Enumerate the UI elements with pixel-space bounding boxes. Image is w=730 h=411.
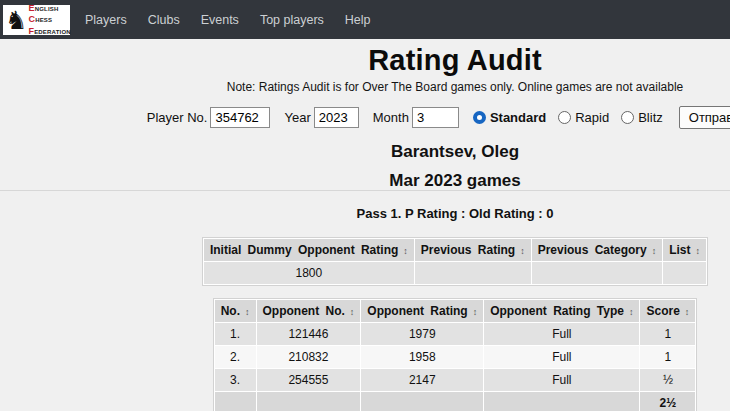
cell-opponent-no: 210832 — [256, 346, 361, 369]
games-table: No.↕ Opponent No.↕ Opponent Rating↕ Oppo… — [214, 299, 697, 411]
ecf-logo-text: ENGLISH CHESS FEDERATION — [28, 3, 70, 37]
col-opponent-rating-type[interactable]: Opponent Rating Type↕ — [484, 300, 640, 323]
month-input[interactable] — [412, 107, 459, 128]
note-text: Note: Ratings Audit is for Over The Boar… — [180, 80, 730, 94]
initial-ratings-table: Initial Dummy Opponent Rating↕ Previous … — [203, 238, 707, 285]
sort-icon: ↕ — [350, 307, 355, 317]
period-title: Mar 2023 games — [180, 171, 730, 191]
year-input[interactable] — [314, 107, 359, 128]
nav-item-events[interactable]: Events — [201, 13, 239, 27]
top-navbar: ♞ ENGLISH CHESS FEDERATION Players Clubs… — [0, 0, 730, 39]
col-previous-category[interactable]: Previous Category↕ — [531, 239, 663, 262]
radio-rapid-circle — [558, 111, 571, 124]
sort-icon: ↕ — [685, 307, 690, 317]
col-score[interactable]: Score↕ — [640, 300, 696, 323]
table-header-row: Initial Dummy Opponent Rating↕ Previous … — [203, 239, 706, 262]
col-no[interactable]: No.↕ — [214, 300, 256, 323]
cell-opponent-rating: 2147 — [361, 369, 484, 392]
sort-icon: ↕ — [473, 307, 478, 317]
cell-list — [663, 262, 707, 285]
table-row: 1. 121446 1979 Full 1 — [214, 323, 696, 346]
month-label: Month — [373, 110, 409, 125]
sort-icon: ↕ — [629, 307, 634, 317]
col-initial-dummy-opponent-rating[interactable]: Initial Dummy Opponent Rating↕ — [203, 239, 414, 262]
col-opponent-no[interactable]: Opponent No.↕ — [256, 300, 361, 323]
sort-icon: ↕ — [520, 246, 525, 256]
logo-line: ENGLISH — [28, 3, 70, 14]
results-section: Pass 1. P Rating : Old Rating : 0 Initia… — [0, 206, 730, 411]
logo-line: FEDERATION — [28, 26, 70, 37]
col-opponent-rating[interactable]: Opponent Rating↕ — [361, 300, 484, 323]
player-no-label: Player No. — [147, 110, 208, 125]
cell-total-score: 2½ — [640, 392, 696, 411]
radio-blitz[interactable]: Blitz — [621, 110, 663, 125]
radio-standard[interactable]: Standard — [473, 110, 546, 125]
cell-previous-rating — [414, 262, 531, 285]
page-title: Rating Audit — [180, 39, 730, 77]
year-label: Year — [284, 110, 310, 125]
table-row: 3. 254555 2147 Full ½ — [214, 369, 696, 392]
cell-opponent-rating: 1979 — [361, 323, 484, 346]
header-section: Rating Audit Note: Ratings Audit is for … — [0, 39, 730, 191]
cell-initial-dummy-rating: 1800 — [203, 262, 414, 285]
cell-previous-category — [531, 262, 663, 285]
cell-opponent-rating: 1958 — [361, 346, 484, 369]
nav-item-top-players[interactable]: Top players — [260, 13, 324, 27]
nav-item-help[interactable]: Help — [345, 13, 371, 27]
total-row: 2½ — [214, 392, 696, 411]
cell-empty — [361, 392, 484, 411]
radio-blitz-circle — [621, 111, 634, 124]
table-header-row: No.↕ Opponent No.↕ Opponent Rating↕ Oppo… — [214, 300, 696, 323]
nav-item-players[interactable]: Players — [85, 13, 127, 27]
cell-opponent-rating-type: Full — [484, 323, 640, 346]
cell-empty — [256, 392, 361, 411]
chess-knight-icon: ♞ — [5, 8, 27, 33]
sort-icon: ↕ — [696, 246, 701, 256]
sort-icon: ↕ — [652, 246, 657, 256]
cell-opponent-rating-type: Full — [484, 346, 640, 369]
cell-no: 3. — [214, 369, 256, 392]
cell-score: 1 — [640, 323, 696, 346]
cell-score: 1 — [640, 346, 696, 369]
nav-item-clubs[interactable]: Clubs — [148, 13, 180, 27]
col-list[interactable]: List↕ — [663, 239, 707, 262]
radio-rapid[interactable]: Rapid — [558, 110, 609, 125]
table-row: 2. 210832 1958 Full 1 — [214, 346, 696, 369]
col-previous-rating[interactable]: Previous Rating↕ — [414, 239, 531, 262]
pass-summary: Pass 1. P Rating : Old Rating : 0 — [180, 206, 730, 221]
cell-opponent-no: 254555 — [256, 369, 361, 392]
nav-menu: Players Clubs Events Top players Help — [85, 13, 371, 27]
cell-no: 1. — [214, 323, 256, 346]
sort-icon: ↕ — [245, 307, 250, 317]
player-name: Barantsev, Oleg — [180, 142, 730, 162]
logo-line: CHESS — [28, 14, 70, 25]
cell-empty — [484, 392, 640, 411]
cell-no: 2. — [214, 346, 256, 369]
cell-opponent-no: 121446 — [256, 323, 361, 346]
ecf-logo[interactable]: ♞ ENGLISH CHESS FEDERATION — [3, 5, 70, 35]
player-no-input[interactable] — [210, 107, 270, 128]
audit-form: Player No. Year Month Standard Rapid Bli… — [180, 106, 730, 129]
cell-opponent-rating-type: Full — [484, 369, 640, 392]
radio-standard-circle — [473, 111, 486, 124]
cell-empty — [214, 392, 256, 411]
submit-button[interactable]: Отправить — [679, 106, 730, 129]
table-row: 1800 — [203, 262, 706, 285]
sort-icon: ↕ — [403, 246, 408, 256]
cell-score: ½ — [640, 369, 696, 392]
